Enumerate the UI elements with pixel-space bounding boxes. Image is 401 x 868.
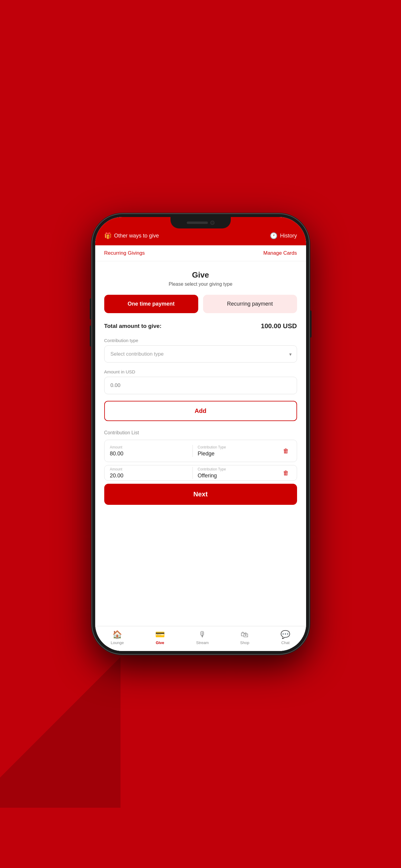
- sub-nav: Recurring Givings Manage Cards: [95, 245, 306, 261]
- nav-chat[interactable]: 💬 Chat: [280, 630, 290, 645]
- recurring-payment-button[interactable]: Recurring payment: [203, 295, 297, 313]
- nav-give-label: Give: [156, 641, 164, 645]
- payment-type-row: One time payment Recurring payment: [104, 295, 297, 313]
- other-ways-label: Other ways to give: [114, 233, 159, 239]
- contrib-divider-2: [193, 467, 193, 479]
- amount-field-value-2: 20.00: [110, 472, 188, 479]
- type-field-label: Contribution Type: [198, 445, 276, 450]
- volume-down-button: [90, 326, 92, 347]
- give-icon: 💳: [155, 630, 165, 639]
- recurring-givings-link[interactable]: Recurring Givings: [104, 250, 145, 256]
- contribution-list-title: Contribution List: [104, 430, 297, 435]
- amount-field-label: Amount: [110, 445, 188, 450]
- total-value: 100.00 USD: [261, 322, 297, 330]
- stream-icon: 🎙: [199, 630, 206, 639]
- phone-wrapper: 🎁 Other ways to give 🕐 History Recurring…: [92, 214, 309, 654]
- give-section: Give Please select your giving type One …: [95, 261, 306, 430]
- total-row: Total amount to give: 100.00 USD: [104, 322, 297, 330]
- contribution-type-label: Contribution type: [104, 338, 297, 343]
- next-button[interactable]: Next: [104, 484, 297, 505]
- manage-cards-link[interactable]: Manage Cards: [263, 250, 297, 256]
- contribution-type-select[interactable]: Select contribution type Pledge Offering…: [104, 345, 297, 363]
- other-ways-button[interactable]: 🎁 Other ways to give: [104, 232, 159, 239]
- amount-input[interactable]: [104, 377, 297, 394]
- contribution-item: Amount 80.00 Contribution Type Pledge 🗑: [104, 440, 297, 462]
- phone-screen: 🎁 Other ways to give 🕐 History Recurring…: [95, 217, 306, 651]
- nav-stream[interactable]: 🎙 Stream: [196, 630, 209, 645]
- chat-icon: 💬: [280, 630, 290, 639]
- type-field-value-2: Offering: [198, 472, 276, 479]
- amount-label: Amount in USD: [104, 369, 297, 374]
- contribution-type-wrapper: Select contribution type Pledge Offering…: [104, 345, 297, 363]
- nav-shop[interactable]: 🛍 Shop: [240, 630, 249, 645]
- history-button[interactable]: 🕐 History: [270, 232, 297, 239]
- one-time-payment-button[interactable]: One time payment: [104, 295, 198, 313]
- camera: [210, 221, 214, 225]
- nav-chat-label: Chat: [281, 641, 290, 645]
- next-btn-wrapper: Next: [95, 481, 306, 511]
- bg-triangle: [0, 657, 121, 808]
- app-content: 🎁 Other ways to give 🕐 History Recurring…: [95, 217, 306, 651]
- type-field-value: Pledge: [198, 451, 276, 457]
- type-field-label-2: Contribution Type: [198, 467, 276, 471]
- contrib-amount-field: Amount 80.00: [110, 445, 188, 457]
- history-icon: 🕐: [270, 232, 277, 239]
- contrib-type-field: Contribution Type Pledge: [198, 445, 276, 457]
- power-button: [309, 310, 311, 338]
- nav-give[interactable]: 💳 Give: [155, 630, 165, 645]
- contrib-type-field-2: Contribution Type Offering: [198, 467, 276, 479]
- delete-item-button-2[interactable]: 🗑: [280, 468, 291, 478]
- contribution-item-partial: Amount 20.00 Contribution Type Offering …: [104, 465, 297, 481]
- home-icon: 🏠: [112, 630, 122, 639]
- nav-shop-label: Shop: [240, 641, 249, 645]
- contrib-divider: [193, 445, 193, 457]
- bottom-nav: 🏠 Lounge 💳 Give 🎙 Stream 🛍 Shop: [95, 626, 306, 651]
- amount-field-label-2: Amount: [110, 467, 188, 471]
- amount-field-value: 80.00: [110, 451, 188, 457]
- phone-frame: 🎁 Other ways to give 🕐 History Recurring…: [92, 214, 309, 654]
- contrib-amount-field-2: Amount 20.00: [110, 467, 188, 479]
- nav-stream-label: Stream: [196, 641, 209, 645]
- delete-item-button[interactable]: 🗑: [280, 446, 291, 456]
- speaker: [187, 221, 208, 224]
- contribution-section: Contribution List Amount 80.00 Contribut…: [95, 430, 306, 481]
- gift-icon: 🎁: [104, 232, 112, 239]
- history-label: History: [280, 233, 297, 239]
- give-subtitle: Please select your giving type: [104, 281, 297, 287]
- add-button[interactable]: Add: [104, 401, 297, 421]
- notch: [170, 217, 231, 228]
- scroll-content[interactable]: Give Please select your giving type One …: [95, 261, 306, 626]
- shop-icon: 🛍: [241, 630, 248, 639]
- total-label: Total amount to give:: [104, 323, 162, 330]
- nav-lounge-label: Lounge: [111, 641, 124, 645]
- nav-lounge[interactable]: 🏠 Lounge: [111, 630, 124, 645]
- give-title: Give: [104, 270, 297, 280]
- volume-up-button: [90, 299, 92, 319]
